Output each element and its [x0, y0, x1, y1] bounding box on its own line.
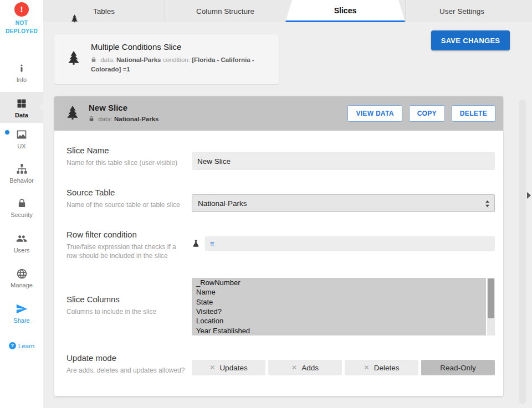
- field-label: Slice Name: [66, 146, 185, 155]
- sidebar-item-label: UX: [17, 143, 25, 149]
- remove-icon: ✕: [291, 364, 297, 371]
- list-item[interactable]: Visited?: [192, 307, 486, 316]
- tab-bar: Tables Column Structure Slices User Sett…: [43, 0, 532, 22]
- sidebar-item-security[interactable]: Security: [0, 194, 43, 223]
- image-icon: [16, 128, 27, 141]
- sidebar-item-label: Data: [15, 112, 28, 118]
- list-item[interactable]: Location: [192, 316, 486, 326]
- collapsed-slice-card[interactable]: Multiple Conditions Slice data: National…: [54, 34, 279, 84]
- slice-editor-header[interactable]: New Slice data: National-Parks VIEW DATA…: [54, 96, 503, 131]
- data-label: data:: [100, 56, 115, 63]
- slice-columns-listbox[interactable]: _RowNumber Name State Visited? Location …: [192, 278, 495, 335]
- sidebar-item-ux[interactable]: UX: [0, 125, 43, 154]
- data-label: data:: [98, 116, 112, 122]
- field-description: Name of the source table or table slice: [66, 200, 185, 209]
- field-row-source-table: Source Table Name of the source table or…: [66, 188, 495, 212]
- save-changes-button[interactable]: SAVE CHANGES: [431, 30, 510, 50]
- source-table-selected-value: National-Parks: [198, 199, 247, 208]
- remove-icon: ✕: [364, 364, 370, 371]
- sidebar-item-share[interactable]: Share: [0, 299, 43, 328]
- data-value: National-Parks: [116, 56, 161, 63]
- not-deployed-alert-icon[interactable]: !: [14, 2, 29, 17]
- field-control: National-Parks: [192, 188, 495, 212]
- field-label: Row filter condition: [66, 230, 185, 239]
- field-label-col: Slice Name Name for this table slice (us…: [66, 146, 192, 167]
- page-scrollbar-thumb[interactable]: [519, 100, 526, 404]
- sidebar-item-label: Share: [13, 317, 29, 324]
- list-item[interactable]: State: [192, 297, 486, 307]
- field-description: True/false expression that checks if a r…: [66, 242, 185, 260]
- tree-icon: [70, 14, 79, 25]
- workflow-icon: [16, 163, 28, 175]
- mode-label: Updates: [219, 364, 247, 372]
- sidebar: ! NOT DEPLOYED Info Data UX Behavi: [0, 0, 43, 408]
- list-item[interactable]: _RowNumber: [192, 278, 486, 287]
- slice-meta: data: National-Parks condition: [Florida…: [91, 55, 264, 74]
- field-control: =: [192, 230, 495, 251]
- tab-user-settings[interactable]: User Settings: [405, 0, 518, 22]
- field-label-col: Update mode Are adds, deletes and update…: [66, 353, 192, 375]
- list-item[interactable]: Name: [192, 287, 486, 297]
- data-grid-icon: [16, 97, 27, 110]
- sidebar-item-label: Manage: [11, 282, 33, 288]
- copy-button[interactable]: COPY: [409, 105, 445, 122]
- condition-label: condition:: [163, 56, 190, 63]
- sidebar-item-users[interactable]: Users: [0, 229, 43, 258]
- field-label-col: Slice Columns Columns to include in the …: [66, 278, 192, 316]
- update-mode-read-only-button[interactable]: Read-Only: [421, 360, 495, 375]
- globe-icon: [16, 267, 28, 280]
- panel-expand-arrow-icon[interactable]: [527, 192, 531, 199]
- slice-title: Multiple Conditions Slice: [91, 42, 264, 51]
- info-icon: [17, 62, 26, 74]
- field-label: Slice Columns: [66, 295, 185, 304]
- mode-label: Deletes: [374, 364, 400, 372]
- mode-label: Adds: [301, 364, 319, 372]
- row-filter-expression-input[interactable]: =: [205, 236, 495, 251]
- sidebar-item-label: Behavior: [9, 177, 33, 184]
- stepper-arrows-icon: [485, 200, 490, 209]
- field-row-slice-name: Slice Name Name for this table slice (us…: [66, 146, 495, 170]
- slice-editor-card: New Slice data: National-Parks VIEW DATA…: [54, 96, 503, 396]
- lock-icon: [17, 197, 27, 209]
- sidebar-item-behavior[interactable]: Behavior: [0, 159, 43, 188]
- notification-dot: [5, 130, 9, 135]
- tree-icon: [65, 104, 80, 123]
- source-table-select[interactable]: National-Parks: [192, 194, 495, 212]
- view-data-button[interactable]: VIEW DATA: [347, 105, 402, 122]
- sidebar-item-data[interactable]: Data: [0, 92, 43, 123]
- field-label: Source Table: [66, 188, 185, 197]
- sidebar-item-info[interactable]: Info: [0, 59, 43, 87]
- tab-tables[interactable]: Tables: [43, 0, 165, 22]
- sidebar-item-label: Info: [17, 76, 27, 83]
- field-row-row-filter: Row filter condition True/false expressi…: [66, 230, 495, 260]
- list-item[interactable]: Year Established: [192, 326, 486, 335]
- sidebar-item-label: Security: [11, 211, 33, 218]
- tab-bar-gutter: [518, 0, 532, 22]
- field-row-update-mode: Update mode Are adds, deletes and update…: [66, 353, 495, 375]
- field-description: Are adds, deletes and updates allowed?: [66, 366, 185, 375]
- data-value: National-Parks: [114, 116, 159, 122]
- field-label-col: Row filter condition True/false expressi…: [66, 230, 192, 260]
- sidebar-item-manage[interactable]: Manage: [0, 264, 43, 293]
- tab-slices[interactable]: Slices: [285, 0, 405, 22]
- update-mode-options: ✕ Updates ✕ Adds ✕ Deletes: [192, 360, 495, 375]
- delete-button[interactable]: DELETE: [452, 105, 495, 122]
- formula-row: =: [192, 236, 495, 251]
- sidebar-item-label: Learn: [18, 343, 34, 349]
- update-mode-deletes-button[interactable]: ✕ Deletes: [345, 360, 418, 375]
- slice-name-input[interactable]: [192, 152, 495, 170]
- field-control: ✕ Updates ✕ Adds ✕ Deletes: [192, 353, 495, 375]
- flask-icon[interactable]: [192, 239, 200, 249]
- field-row-slice-columns: Slice Columns Columns to include in the …: [66, 278, 495, 335]
- tab-column-structure[interactable]: Column Structure: [165, 0, 285, 22]
- sidebar-item-learn[interactable]: ? Learn: [0, 342, 43, 349]
- update-mode-adds-button[interactable]: ✕ Adds: [268, 360, 342, 375]
- listbox-scrollbar[interactable]: [487, 278, 495, 335]
- update-mode-updates-button[interactable]: ✕ Updates: [192, 360, 265, 375]
- slice-title: New Slice: [89, 103, 159, 112]
- app-page: ! NOT DEPLOYED Info Data UX Behavi: [0, 0, 532, 408]
- listbox-scrollbar-thumb[interactable]: [488, 278, 494, 318]
- main-content: SAVE CHANGES Multiple Conditions Slice d…: [43, 22, 532, 408]
- field-control: [192, 146, 495, 170]
- lock-icon: [91, 57, 98, 64]
